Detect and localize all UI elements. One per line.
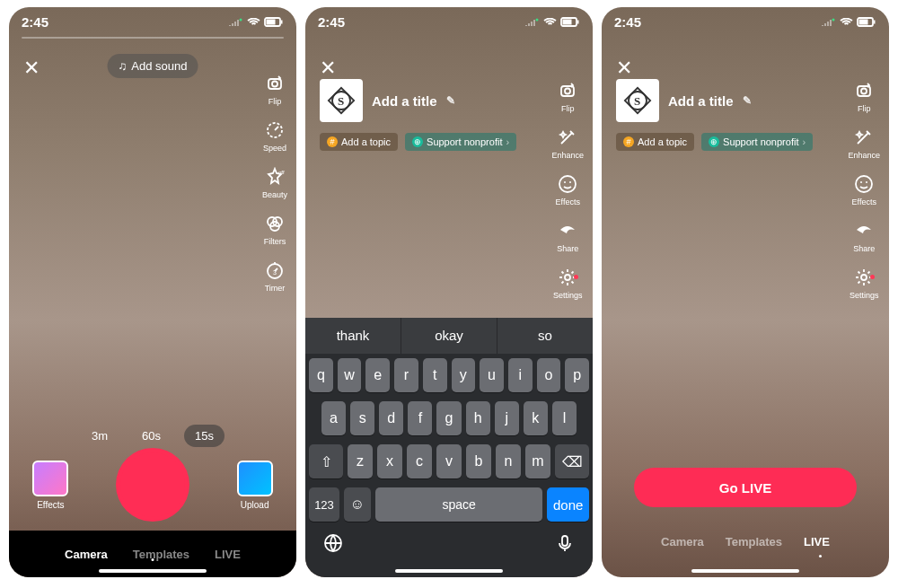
suggestion-1[interactable]: thank [305, 318, 401, 354]
home-indicator [691, 569, 799, 573]
key-q[interactable]: q [309, 358, 333, 392]
avatar-logo-icon: S [620, 83, 656, 118]
support-nonprofit-chip[interactable]: ⊕Support nonprofit› [405, 133, 516, 151]
key-p[interactable]: p [565, 358, 589, 392]
effects-button[interactable]: Effects [852, 172, 876, 206]
svg-point-25 [565, 275, 570, 280]
key-w[interactable]: w [338, 358, 362, 392]
close-button[interactable]: ✕ [320, 57, 336, 80]
add-sound-button[interactable]: ♫ Add sound [108, 54, 198, 78]
space-key[interactable]: space [375, 487, 542, 522]
duration-15s[interactable]: 15s [184, 425, 224, 447]
avatar-logo-icon: S [323, 83, 359, 118]
svg-rect-2 [267, 20, 276, 25]
close-button[interactable]: ✕ [616, 57, 632, 80]
record-button[interactable] [116, 448, 189, 522]
done-key[interactable]: done [547, 487, 589, 522]
suggestion-3[interactable]: so [497, 318, 593, 354]
svg-point-23 [564, 181, 566, 183]
key-m[interactable]: m [525, 444, 550, 478]
emoji-key[interactable]: ☺ [344, 487, 371, 522]
speed-button[interactable]: Speed [263, 118, 286, 153]
topic-icon: # [623, 136, 634, 147]
title-input[interactable]: Add a title [668, 93, 734, 109]
key-x[interactable]: x [377, 444, 402, 478]
key-c[interactable]: c [407, 444, 432, 478]
add-topic-chip[interactable]: #Add a topic [616, 133, 694, 151]
battery-icon [857, 17, 876, 27]
key-f[interactable]: f [408, 401, 432, 435]
key-k[interactable]: k [524, 401, 548, 435]
duration-3m[interactable]: 3m [81, 425, 119, 447]
share-button[interactable]: Share [556, 219, 579, 253]
globe-key[interactable] [323, 533, 343, 557]
beauty-button[interactable]: offBeauty [262, 165, 287, 199]
key-z[interactable]: z [348, 444, 373, 478]
key-row-3: ⇧ zxcvbnm ⌫ [305, 440, 593, 483]
filters-button[interactable]: Filters [263, 212, 286, 246]
key-j[interactable]: j [495, 401, 519, 435]
add-topic-chip[interactable]: #Add a topic [320, 133, 398, 151]
mic-key[interactable] [555, 533, 575, 557]
svg-rect-16 [577, 21, 579, 24]
svg-point-0 [240, 18, 242, 21]
key-o[interactable]: o [537, 358, 561, 392]
share-button[interactable]: Share [852, 219, 876, 253]
title-input[interactable]: Add a title [372, 93, 437, 109]
live-tools: Flip Enhance Effects Share Settings [551, 79, 584, 300]
key-d[interactable]: d [379, 401, 403, 435]
share-icon [852, 219, 876, 242]
flip-button[interactable]: Flip [556, 79, 579, 113]
suggestion-2[interactable]: okay [401, 318, 497, 354]
key-a[interactable]: a [321, 401, 346, 435]
key-t[interactable]: t [423, 358, 447, 392]
key-i[interactable]: i [508, 358, 533, 392]
key-b[interactable]: b [466, 444, 491, 478]
add-sound-label: Add sound [131, 59, 187, 73]
signal-icon [229, 18, 243, 27]
profile-avatar[interactable]: S [616, 79, 659, 122]
progress-scrubber[interactable] [22, 37, 284, 39]
numbers-key[interactable]: 123 [309, 487, 339, 522]
go-live-button[interactable]: Go LIVE [634, 468, 857, 507]
key-v[interactable]: v [436, 444, 462, 478]
key-r[interactable]: r [394, 358, 418, 392]
key-row-4: 123 ☺ space done [305, 483, 593, 526]
notification-dot [870, 275, 875, 279]
effects-button[interactable]: Effects [32, 461, 68, 510]
effects-button[interactable]: Effects [556, 172, 580, 206]
tab-camera[interactable]: Camera [65, 548, 108, 561]
enhance-button[interactable]: Enhance [848, 126, 880, 160]
flip-icon [263, 72, 286, 95]
profile-avatar[interactable]: S [320, 79, 363, 122]
status-icons [822, 17, 876, 27]
settings-icon [556, 266, 579, 289]
svg-point-24 [569, 181, 571, 183]
key-e[interactable]: e [365, 358, 390, 392]
support-nonprofit-chip[interactable]: ⊕Support nonprofit› [701, 133, 813, 151]
upload-button[interactable]: Upload [237, 461, 273, 510]
shift-key[interactable]: ⇧ [309, 444, 343, 478]
chevron-right-icon: › [802, 136, 806, 147]
flip-button[interactable]: Flip [263, 72, 286, 106]
duration-60s[interactable]: 60s [131, 425, 172, 447]
key-u[interactable]: u [480, 358, 504, 392]
tab-live[interactable]: LIVE [215, 548, 241, 561]
enhance-button[interactable]: Enhance [551, 126, 584, 160]
flip-button[interactable]: Flip [852, 79, 876, 113]
key-y[interactable]: y [452, 358, 476, 392]
settings-button[interactable]: Settings [553, 266, 583, 300]
tab-live[interactable]: LIVE [804, 535, 830, 549]
tab-templates[interactable]: Templates [133, 548, 189, 561]
backspace-key[interactable]: ⌫ [555, 444, 589, 478]
settings-button[interactable]: Settings [850, 266, 879, 300]
tab-templates[interactable]: Templates [726, 535, 782, 549]
key-h[interactable]: h [466, 401, 490, 435]
key-n[interactable]: n [496, 444, 521, 478]
timer-button[interactable]: 3Timer [263, 259, 286, 293]
tab-camera[interactable]: Camera [661, 535, 704, 549]
key-s[interactable]: s [350, 401, 374, 435]
key-l[interactable]: l [552, 401, 577, 435]
close-button[interactable]: ✕ [23, 57, 40, 80]
key-g[interactable]: g [436, 401, 461, 435]
